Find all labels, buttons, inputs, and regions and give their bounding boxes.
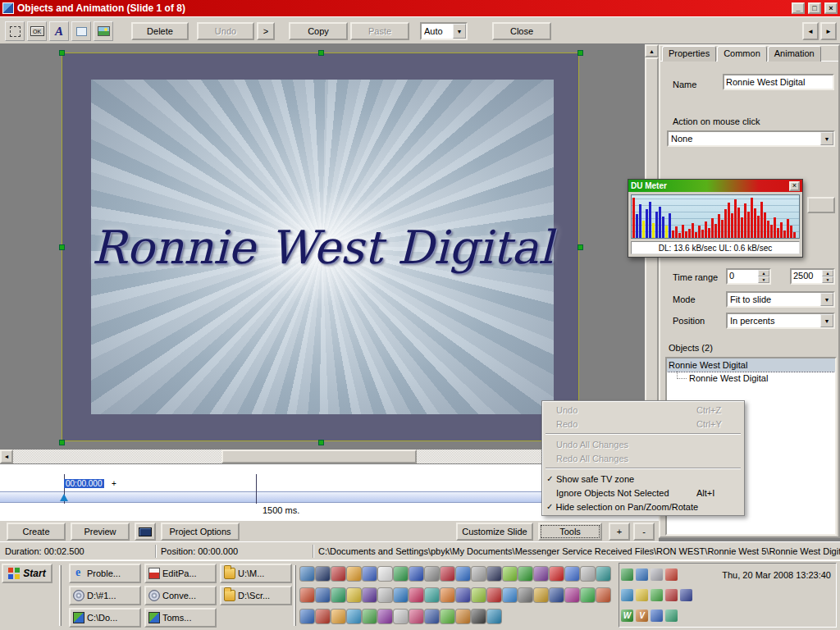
zoom-in-button[interactable]: + [609,523,630,541]
tray-icon[interactable] [680,589,692,601]
resize-handle-ne[interactable] [578,50,583,56]
quicklaunch-icon[interactable] [518,588,532,602]
quicklaunch-icon[interactable] [441,567,454,581]
quicklaunch-icon[interactable] [331,588,345,602]
prev-slide-icon[interactable]: ◄ [802,22,819,40]
selected-object-frame[interactable]: Ronnie West Digital [62,52,579,441]
quicklaunch-icon[interactable] [550,567,564,581]
tab-common[interactable]: Common [717,46,767,62]
quicklaunch-icon[interactable] [472,567,486,581]
quicklaunch-icon[interactable] [300,588,314,602]
quicklaunch-icon[interactable] [456,588,470,602]
quicklaunch-icon[interactable] [487,609,501,623]
preview-button[interactable]: Preview [71,523,130,541]
selection-tool-button[interactable] [5,21,25,41]
spin-down-icon[interactable]: ▼ [758,276,769,283]
taskbar-clock[interactable]: Thu, 20 Mar 2008 13:23:40 [722,570,834,580]
quicklaunch-icon[interactable] [456,609,470,623]
taskbar-task-button[interactable]: D:\#1... [69,586,141,605]
context-menu-item[interactable] [546,433,741,435]
button-object-tool-button[interactable]: OK [27,21,47,41]
quicklaunch-icon[interactable] [378,567,392,581]
chevron-down-icon[interactable]: ▼ [453,24,466,39]
quicklaunch-icon[interactable] [534,567,548,581]
taskbar-task-button[interactable]: D:\Scr... [220,586,292,605]
quicklaunch-icon[interactable] [425,588,439,602]
quicklaunch-icon[interactable] [518,567,532,581]
object-tree-item[interactable]: Ronnie West Digital [667,358,835,372]
undo-button[interactable]: Undo [197,22,254,40]
create-button[interactable]: Create [7,523,66,541]
close-icon[interactable]: × [824,2,838,14]
playhead-icon[interactable] [60,494,68,501]
context-menu-item[interactable]: Undo All Changes [544,437,742,451]
obscured-panel-control[interactable] [807,197,835,213]
keyframe-time-label[interactable]: 00:00.000 [64,479,104,488]
tray-icon[interactable] [621,589,633,601]
quicklaunch-icon[interactable] [300,609,314,623]
tray-icon[interactable] [651,609,663,622]
taskbar-grip[interactable] [59,565,62,626]
tray-icon[interactable] [665,589,678,601]
tray-icon[interactable]: V [636,609,648,622]
context-menu-item[interactable]: Show safe TV zone [544,472,742,486]
du-meter-window[interactable]: DU Meter × DL: 13.6 kB/sec UL: 0.6 kB/se… [628,179,803,258]
tray-icon[interactable] [651,568,663,581]
taskbar-task-button[interactable]: EditPa... [144,564,217,583]
resize-handle-w[interactable] [59,244,65,250]
time-range-from-stepper[interactable]: 0 ▲ ▼ [726,268,771,285]
rectangle-tool-button[interactable] [71,21,91,41]
quicklaunch-icon[interactable] [394,567,408,581]
quicklaunch-icon[interactable] [487,588,501,602]
quicklaunch-icon[interactable] [316,588,330,602]
quicklaunch-icon[interactable] [456,567,470,581]
tray-icon[interactable] [665,568,678,581]
quicklaunch-icon[interactable] [331,567,345,581]
quicklaunch-icon[interactable] [425,609,439,623]
tray-icon[interactable] [636,568,648,581]
keyframe-line-end[interactable] [256,474,257,504]
quicklaunch-icon[interactable] [596,588,610,602]
quicklaunch-icon[interactable] [409,567,423,581]
quicklaunch-icon[interactable] [472,609,486,623]
spin-up-icon[interactable]: ▲ [822,270,833,276]
quicklaunch-icon[interactable] [316,609,330,623]
tray-icon[interactable] [665,609,678,622]
spin-down-icon[interactable]: ▼ [822,276,833,283]
context-menu-item[interactable]: Hide selection on Pan/Zoom/Rotate [544,500,742,514]
auto-combobox[interactable]: Auto ▼ [420,22,468,40]
paste-button[interactable]: Paste [350,22,409,40]
quicklaunch-icon[interactable] [534,588,548,602]
quicklaunch-icon[interactable] [441,609,454,623]
spin-up-icon[interactable]: ▲ [758,270,769,276]
more-button[interactable]: > [257,22,275,40]
tray-icon[interactable] [651,589,663,601]
mode-dropdown[interactable]: Fit to slide ▼ [726,291,835,308]
maximize-icon[interactable]: □ [808,2,821,14]
tray-icon[interactable]: W [621,609,633,622]
keyframe-add-icon[interactable]: + [112,479,116,488]
quicklaunch-icon[interactable] [300,567,314,581]
resize-handle-s[interactable] [318,440,324,445]
start-button[interactable]: Start [2,564,52,583]
taskbar-task-button[interactable]: Toms... [144,608,217,628]
chevron-down-icon[interactable]: ▼ [820,293,833,306]
quicklaunch-icon[interactable] [347,588,361,602]
name-input[interactable] [723,74,834,90]
quicklaunch-icon[interactable] [425,567,439,581]
quicklaunch-icon[interactable] [550,588,564,602]
quicklaunch-icon[interactable] [378,609,392,623]
context-menu-item[interactable]: Redo Ctrl+Y [544,417,742,431]
tab-animation[interactable]: Animation [768,46,821,62]
quicklaunch-icon[interactable] [565,588,579,602]
quicklaunch-icon[interactable] [347,609,361,623]
taskbar-task-button[interactable]: C:\Do... [69,608,141,628]
horizontal-scroll-thumb[interactable] [221,450,417,463]
quicklaunch-icon[interactable] [316,567,330,581]
quicklaunch-icon[interactable] [487,567,501,581]
delete-button[interactable]: Delete [131,22,189,40]
customize-slide-button[interactable]: Customize Slide [456,523,533,541]
project-options-button[interactable]: Project Options [161,523,240,541]
resize-handle-e[interactable] [578,244,583,250]
quicklaunch-icon[interactable] [409,609,423,623]
